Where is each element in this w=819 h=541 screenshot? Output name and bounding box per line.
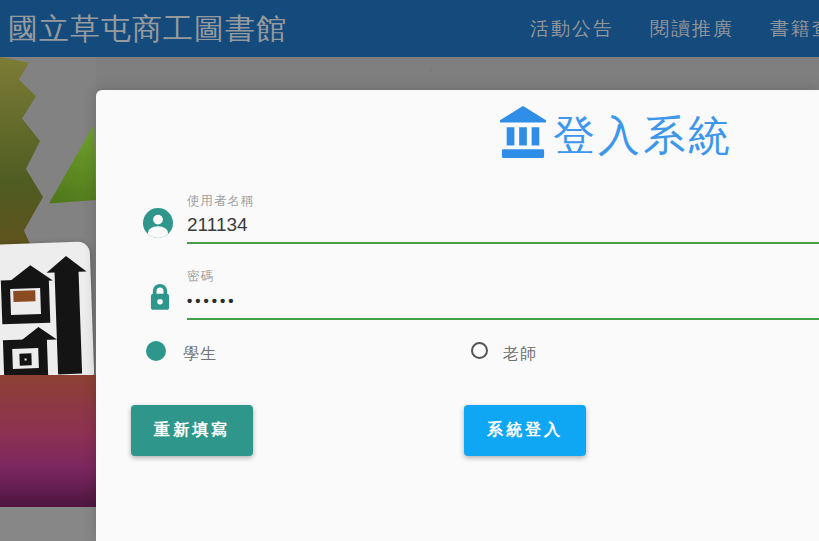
bank-icon (500, 106, 546, 160)
page: 國立草屯商工圖書館 活動公告 閱讀推廣 書籍查 登入系統 使用者名稱 (0, 0, 819, 541)
radio-teacher[interactable] (471, 342, 488, 359)
nav-item-announcements[interactable]: 活動公告 (530, 16, 614, 42)
radio-teacher-label[interactable]: 老師 (503, 344, 537, 365)
radio-student-label[interactable]: 學生 (183, 344, 217, 365)
background-image (0, 57, 96, 541)
background-strip (0, 507, 96, 541)
reset-button[interactable]: 重新填寫 (131, 405, 253, 456)
top-navbar: 國立草屯商工圖書館 活動公告 閱讀推廣 書籍查 (0, 0, 819, 57)
password-label: 密碼 (187, 268, 214, 285)
green-triangle-graphic (46, 121, 96, 207)
site-title: 國立草屯商工圖書館 (8, 9, 287, 50)
username-input[interactable] (187, 211, 819, 244)
login-card: 登入系統 使用者名稱 密碼 學生 老師 重新填寫 系統登入 (96, 90, 819, 541)
nav-item-reading-promotion[interactable]: 閱讀推廣 (650, 16, 734, 42)
poster-gradient (0, 375, 96, 507)
nav-item-book-search[interactable]: 書籍查 (770, 16, 819, 42)
username-label: 使用者名稱 (187, 193, 255, 210)
person-icon (143, 208, 173, 238)
radio-student[interactable] (146, 341, 166, 361)
lock-icon (145, 282, 175, 312)
library-logo (0, 241, 94, 386)
login-title: 登入系統 (553, 112, 733, 160)
password-input[interactable] (187, 287, 819, 320)
login-button[interactable]: 系統登入 (464, 405, 586, 456)
